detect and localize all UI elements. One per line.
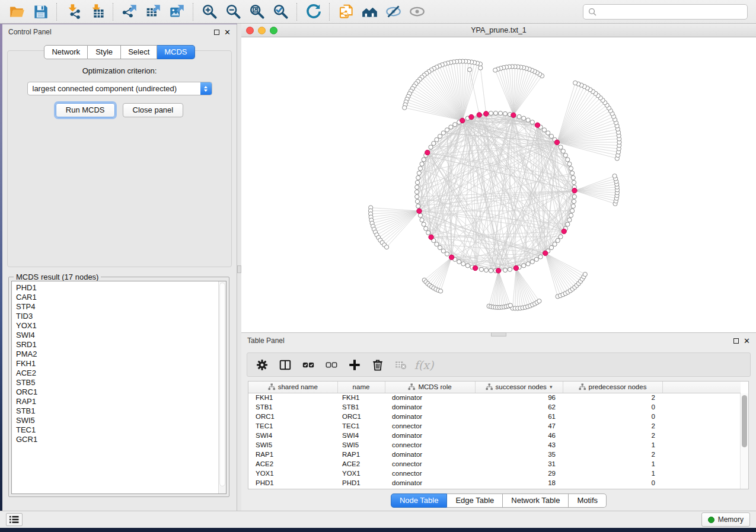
result-list-item[interactable]: STP4: [16, 302, 218, 312]
delete-table-icon: [394, 358, 407, 371]
result-list-item[interactable]: PMA2: [16, 350, 218, 359]
table-row[interactable]: PHD1PHD1 dominator180: [248, 478, 741, 488]
result-list-item[interactable]: FKH1: [16, 359, 218, 368]
tab-network-table[interactable]: Network Table: [503, 493, 569, 508]
tab-select[interactable]: Select: [121, 45, 157, 59]
result-list-item[interactable]: SWI4: [16, 331, 218, 340]
network-canvas[interactable]: [241, 37, 756, 332]
float-table-panel-icon[interactable]: [733, 338, 739, 344]
result-list-scrollbar[interactable]: [218, 281, 226, 493]
table-scrollbar[interactable]: [740, 393, 748, 489]
result-list-item[interactable]: YOX1: [16, 321, 218, 331]
result-list-item[interactable]: TID3: [16, 312, 218, 321]
result-list-item[interactable]: RAP1: [16, 397, 218, 406]
result-list-item[interactable]: STB1: [16, 406, 218, 416]
export-network-button[interactable]: [117, 2, 141, 22]
column-header-filler: [662, 382, 741, 393]
import-table-button[interactable]: [85, 2, 109, 22]
close-panel-button[interactable]: Close panel: [123, 103, 184, 117]
close-panel-icon[interactable]: ✕: [224, 28, 231, 36]
table-row[interactable]: YOX1YOX1 connector291: [248, 469, 741, 478]
horizontal-splitter-handle[interactable]: [491, 332, 506, 336]
column-header-MCDS-role[interactable]: MCDS role: [385, 382, 475, 393]
splitter-handle[interactable]: [237, 265, 241, 273]
result-list-item[interactable]: SRD1: [16, 340, 218, 350]
org-chart-icon: [408, 383, 415, 390]
tab-node-table[interactable]: Node Table: [391, 493, 448, 508]
open-file-button[interactable]: [5, 2, 28, 22]
table-panel: Table Panel ✕ f(x) shared namenameMCDS r…: [241, 332, 756, 511]
result-list-item[interactable]: ACE2: [16, 368, 218, 378]
network-title: YPA_prune.txt_1: [241, 26, 756, 34]
result-list-item[interactable]: SWI5: [16, 416, 218, 425]
refresh-button[interactable]: [301, 2, 325, 22]
search-input[interactable]: [600, 8, 742, 16]
list-icon: [9, 515, 19, 524]
table-row[interactable]: ACE2ACE2 connector311: [248, 459, 741, 469]
save-session-button[interactable]: [28, 2, 52, 22]
fx-icon: f(x): [414, 358, 434, 371]
table-row[interactable]: ORC1ORC1 dominator610: [248, 412, 741, 421]
deselect-all-icon: [325, 358, 338, 371]
column-header-predecessor-nodes[interactable]: predecessor nodes: [563, 382, 662, 393]
tab-network[interactable]: Network: [44, 45, 88, 59]
table-row[interactable]: FKH1FKH1 dominator962: [248, 393, 741, 402]
zoom-in-button[interactable]: [197, 2, 221, 22]
table-row[interactable]: SWI4SWI4 dominator462: [248, 431, 741, 440]
result-list-item[interactable]: STB5: [16, 378, 218, 387]
tab-mcds[interactable]: MCDS: [157, 45, 194, 59]
delete-column-icon: [371, 358, 384, 371]
memory-button[interactable]: Memory: [701, 512, 750, 527]
export-image-button[interactable]: [165, 2, 189, 22]
hide-panel-button[interactable]: [381, 2, 405, 22]
import-table-icon: [89, 4, 105, 20]
mcds-result-list[interactable]: PHD1CAR1STP4TID3YOX1SWI4SRD1PMA2FKH1ACE2…: [11, 281, 227, 494]
refresh-icon: [305, 4, 321, 20]
delete-table-button: [392, 356, 410, 374]
show-panel-button[interactable]: [405, 2, 429, 22]
clone-network-button[interactable]: [334, 2, 358, 22]
open-file-icon: [9, 4, 25, 20]
table-row[interactable]: TEC1TEC1 connector472: [248, 421, 741, 431]
optimization-criterion-dropdown[interactable]: largest connected component (undirected): [27, 82, 212, 95]
status-bar: Memory: [0, 511, 756, 528]
zoom-selected-button[interactable]: [269, 2, 292, 22]
gear-button[interactable]: [253, 356, 271, 374]
toolbar-separator: [296, 3, 297, 21]
result-list-item[interactable]: GCR1: [16, 435, 218, 444]
import-network-button[interactable]: [61, 2, 85, 22]
result-list-item[interactable]: PHD1: [16, 283, 218, 293]
close-table-panel-icon[interactable]: ✕: [744, 337, 750, 345]
tab-edge-table[interactable]: Edge Table: [447, 493, 503, 508]
export-table-button[interactable]: [141, 2, 165, 22]
network-graph[interactable]: [241, 37, 756, 332]
tab-style[interactable]: Style: [88, 45, 121, 59]
add-column-button[interactable]: [346, 356, 363, 374]
network-titlebar[interactable]: YPA_prune.txt_1: [241, 24, 756, 37]
tab-motifs[interactable]: Motifs: [569, 493, 607, 508]
first-neighbors-button[interactable]: [358, 2, 381, 22]
float-window-icon[interactable]: [214, 30, 219, 35]
node-table: shared namenameMCDS rolesuccessor nodes▾…: [248, 381, 749, 489]
zoom-out-button[interactable]: [221, 2, 245, 22]
table-row[interactable]: STB1STB1 dominator620: [248, 402, 741, 412]
column-header-name[interactable]: name: [337, 382, 385, 393]
automation-panel-button[interactable]: [6, 513, 23, 526]
import-network-icon: [65, 4, 81, 20]
columns-button[interactable]: [276, 356, 294, 374]
delete-column-button[interactable]: [369, 356, 387, 374]
sort-menu-icon[interactable]: ▾: [550, 384, 553, 390]
vertical-splitter[interactable]: [237, 24, 241, 511]
zoom-fit-button[interactable]: [245, 2, 269, 22]
column-header-shared-name[interactable]: shared name: [248, 382, 337, 393]
deselect-all-button[interactable]: [323, 356, 340, 374]
run-mcds-button[interactable]: Run MCDS: [56, 103, 115, 117]
result-list-item[interactable]: CAR1: [16, 293, 218, 302]
table-row[interactable]: SWI5SWI5 connector431: [248, 440, 741, 450]
result-list-item[interactable]: ORC1: [16, 387, 218, 397]
table-row[interactable]: RAP1RAP1 dominator352: [248, 450, 741, 459]
table-header-row: shared namenameMCDS rolesuccessor nodes▾…: [248, 382, 741, 393]
select-all-button[interactable]: [299, 356, 317, 374]
result-list-item[interactable]: TEC1: [16, 425, 218, 435]
column-header-successor-nodes[interactable]: successor nodes▾: [475, 382, 563, 393]
